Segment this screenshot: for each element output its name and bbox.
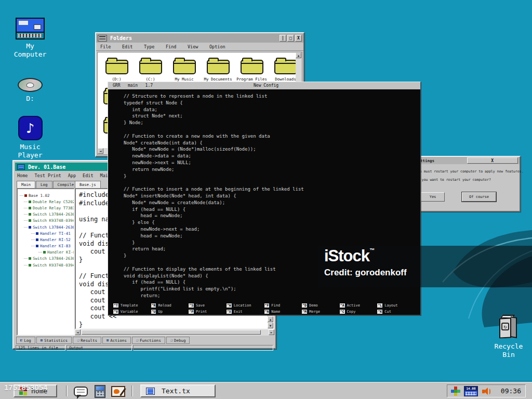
taskbar-separator xyxy=(131,385,133,396)
shortcut-label: Template xyxy=(121,303,138,308)
tab-log[interactable]: Log xyxy=(36,181,52,188)
tree-node-bullet-icon xyxy=(29,257,31,260)
maximize-button[interactable]: □ xyxy=(287,35,294,42)
tree-node-bullet-icon xyxy=(29,226,31,229)
music-note-icon: ♪ xyxy=(26,120,34,136)
tree-connector xyxy=(31,240,35,240)
tree-item[interactable]: Double Relay C5202 xyxy=(19,198,74,205)
tree-item[interactable]: Switch L37844-26304 xyxy=(19,256,74,262)
tree-item-label: Switch K93748-03944 xyxy=(33,218,75,223)
close-icon[interactable]: X xyxy=(467,157,518,164)
taskbar: home Text.tx 14.08 09:36 xyxy=(0,382,532,399)
dev-window-title: Dev. 01.Base xyxy=(28,164,65,170)
close-button[interactable]: X xyxy=(295,35,302,42)
tree-item[interactable]: Handler TI-41 xyxy=(19,230,74,236)
folder-item[interactable]: My Documents xyxy=(201,60,235,82)
tree-item-label: Handler TI-41 xyxy=(40,231,71,236)
tab-main[interactable]: Main xyxy=(17,181,35,188)
tree-item[interactable]: Handler KI-83 xyxy=(19,243,74,249)
menu-item[interactable]: Home xyxy=(17,173,28,180)
desktop-icon-d-drive[interactable]: D: xyxy=(8,76,52,103)
shortcut-label: Location xyxy=(234,303,251,308)
task-button-text-file[interactable]: Text.tx xyxy=(140,384,216,397)
shortcut-label: Find xyxy=(271,303,280,308)
shortcut-entry: ^V Variable xyxy=(113,309,151,314)
desktop-icon-recycle-bin[interactable]: ↻ Recycle Bin xyxy=(486,315,531,359)
scroll-up-icon[interactable]: ▲ xyxy=(268,316,273,322)
scroll-left-icon[interactable]: ◄ xyxy=(98,148,103,154)
terminal-title-bar[interactable]: GRR main 1.7 New Config xyxy=(108,82,420,89)
bottom-tab-label: Functions xyxy=(140,338,161,343)
tree-item[interactable]: Switch K93748-03944 xyxy=(19,262,74,268)
bottom-tab[interactable]: ▦ Statistics xyxy=(36,337,72,344)
yes-button[interactable]: Yes xyxy=(421,192,445,202)
menu-item[interactable]: File xyxy=(100,44,122,49)
scrollbar-thumb[interactable] xyxy=(82,330,261,335)
tree-connector xyxy=(31,233,35,234)
network-grid-icon[interactable] xyxy=(451,387,460,395)
menu-item[interactable]: Test Print xyxy=(34,173,61,180)
menu-item[interactable]: Option xyxy=(209,44,231,49)
bottom-tab[interactable]: ❏ Functions xyxy=(132,337,165,344)
calculator-icon[interactable] xyxy=(95,385,105,398)
panel-icon: ❏ xyxy=(77,338,79,342)
shortcut-key: ^N xyxy=(264,310,270,314)
shortcut-entry: ^A Active xyxy=(340,303,378,308)
menu-item[interactable]: App xyxy=(68,173,76,180)
menu-item[interactable]: View xyxy=(188,44,209,49)
scroll-left-icon[interactable]: ◄ xyxy=(75,329,81,335)
terminal-code-line: int data; xyxy=(124,107,420,113)
tree-item[interactable]: Switch L37844-26304 xyxy=(19,224,74,230)
recycle-bin-icon: ↻ xyxy=(498,315,519,340)
recycle-arrows-icon: ↻ xyxy=(501,323,509,330)
scroll-right-icon[interactable]: ► xyxy=(269,329,274,335)
terminal-code-line: Node* insertNode(Node* head, int data) { xyxy=(124,193,420,200)
calendar-icon[interactable]: 14.08 xyxy=(464,386,478,396)
bottom-tab[interactable]: ❏ Debug xyxy=(166,337,190,344)
menu-item[interactable]: Edit xyxy=(83,173,93,180)
tree-node-bullet-icon xyxy=(36,245,38,247)
hamburger-icon[interactable] xyxy=(98,35,107,42)
speaker-icon[interactable] xyxy=(482,387,490,395)
folder-icon xyxy=(274,60,297,74)
folder-item[interactable]: My Music xyxy=(167,60,201,82)
tree-connector xyxy=(24,202,28,202)
desktop-icon-my-computer[interactable]: My Computer xyxy=(8,18,52,59)
shortcut-key: ^P xyxy=(189,310,194,314)
folder-item[interactable]: Program Files xyxy=(235,60,269,82)
tree-node-bullet-icon xyxy=(29,213,31,216)
istock-logo: iStock™ xyxy=(324,247,375,265)
tree-item[interactable]: Handler RI-52 xyxy=(19,236,74,243)
bottom-tab[interactable]: ▦ Actions xyxy=(102,337,131,344)
status-lines-count: 125 lines in file xyxy=(16,345,65,351)
editor-horizontal-scrollbar[interactable]: ◄ ► xyxy=(75,329,274,336)
tree-item-label: Double Relay C5202 xyxy=(33,200,75,204)
terminal-code-line: typedef struct Node { xyxy=(124,100,420,107)
desktop-icon-music-player[interactable]: ♪ Music Player xyxy=(8,116,52,159)
menu-item[interactable]: Type xyxy=(144,44,166,49)
tree-item[interactable]: Base 1.02 xyxy=(19,192,74,198)
menu-item[interactable]: Edit xyxy=(122,44,144,49)
chat-icon[interactable] xyxy=(74,387,88,396)
minimize-button[interactable]: | xyxy=(280,35,286,42)
bottom-tab[interactable]: ❏ Results xyxy=(73,337,101,344)
scroll-down-icon[interactable]: ▼ xyxy=(268,323,273,328)
my-computer-icon xyxy=(16,18,45,39)
menu-item[interactable]: Find xyxy=(166,44,188,49)
folders-title-bar[interactable]: Folders | □ X xyxy=(96,33,303,43)
dialog-title-bar[interactable]: Settings X xyxy=(411,157,520,164)
bottom-tab[interactable]: ◧ Log xyxy=(16,337,35,344)
tab-editor-file[interactable]: Base.js xyxy=(75,181,101,188)
tree-item[interactable]: Switch K93748-03944 xyxy=(19,218,74,224)
scroll-up-icon[interactable]: ▲ xyxy=(296,52,301,58)
tree-item[interactable]: Double Relay T7383 xyxy=(19,205,74,211)
paint-icon[interactable] xyxy=(111,386,125,397)
my-computer-label: My Computer xyxy=(8,42,52,59)
dialog-message-line1: You must restart your computer to apply … xyxy=(416,169,523,174)
tree-item[interactable]: Switch L37844-26304 xyxy=(19,211,74,218)
folder-item[interactable]: (C:) xyxy=(134,60,167,82)
of-course-button[interactable]: Of course xyxy=(462,192,496,202)
folder-item[interactable]: (D:) xyxy=(100,60,134,82)
tree-item[interactable]: Handler KI-83 xyxy=(19,249,74,256)
shortcut-key: ^S xyxy=(189,303,194,308)
